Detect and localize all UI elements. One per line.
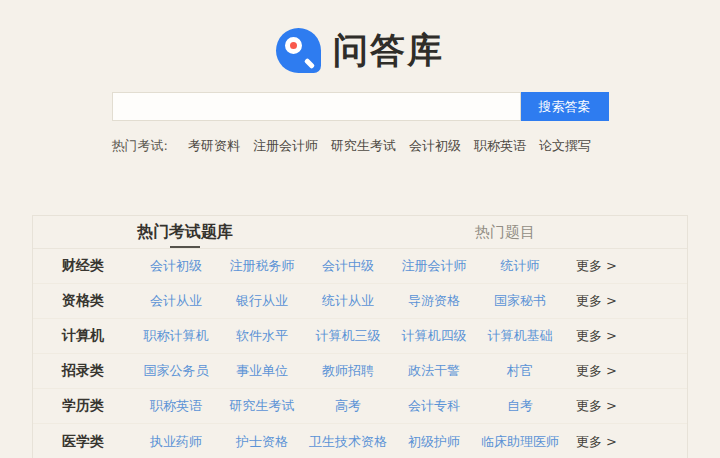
tab-hot-questions[interactable]: 热门题目 (475, 216, 535, 248)
category-label: 医学类 (33, 433, 133, 451)
qa-bubble-tail (304, 58, 315, 69)
tab-label: 热门考试题库 (137, 222, 233, 243)
exam-link[interactable]: 职称计算机 (133, 327, 219, 345)
hot-exams-label: 热门考试: (112, 137, 168, 155)
exam-link[interactable]: 会计专科 (391, 397, 477, 415)
hot-exam-link[interactable]: 论文撰写 (539, 137, 591, 155)
exam-link[interactable]: 计算机三级 (305, 327, 391, 345)
search-input[interactable] (112, 92, 521, 121)
category-label: 计算机 (33, 327, 133, 345)
exam-link[interactable]: 计算机基础 (477, 327, 563, 345)
exam-link[interactable]: 统计从业 (305, 292, 391, 310)
category-label: 资格类 (33, 292, 133, 310)
exam-link[interactable]: 计算机四级 (391, 327, 477, 345)
exam-link[interactable]: 国家秘书 (477, 292, 563, 310)
more-link[interactable]: 更多 > (576, 362, 617, 380)
table-row-finance: 财经类 会计初级 注册税务师 会计中级 注册会计师 统计师 更多 > (33, 249, 687, 284)
qa-bubble-ring (285, 37, 302, 54)
tab-hot-exam-banks[interactable]: 热门考试题库 (137, 216, 233, 248)
hot-exam-link[interactable]: 研究生考试 (331, 137, 396, 155)
exam-link[interactable]: 初级护师 (391, 433, 477, 451)
category-label: 学历类 (33, 397, 133, 415)
exam-link[interactable]: 自考 (477, 397, 563, 415)
category-label: 招录类 (33, 362, 133, 380)
more-link[interactable]: 更多 > (576, 257, 617, 275)
exam-link[interactable]: 研究生考试 (219, 397, 305, 415)
exam-link[interactable]: 执业药师 (133, 433, 219, 451)
more-link[interactable]: 更多 > (576, 292, 617, 310)
table-row-qualification: 资格类 会计从业 银行从业 统计从业 导游资格 国家秘书 更多 > (33, 284, 687, 319)
search-button[interactable]: 搜索答案 (521, 92, 609, 121)
hot-exams-row: 热门考试: 考研资料 注册会计师 研究生考试 会计初级 职称英语 论文撰写 (112, 137, 609, 155)
exam-link[interactable]: 会计中级 (305, 257, 391, 275)
hot-exam-link[interactable]: 职称英语 (474, 137, 526, 155)
site-title: 问答库 (333, 33, 444, 68)
hot-exam-link[interactable]: 考研资料 (188, 137, 240, 155)
category-label: 财经类 (33, 257, 133, 275)
exam-link[interactable]: 银行从业 (219, 292, 305, 310)
table-header: 热门考试题库 热门题目 (33, 216, 687, 249)
exam-link[interactable]: 职称英语 (133, 397, 219, 415)
exam-link[interactable]: 卫生技术资格 (305, 433, 391, 451)
exam-category-table: 热门考试题库 热门题目 财经类 会计初级 注册税务师 会计中级 注册会计师 统计… (32, 215, 688, 458)
hot-exam-link[interactable]: 会计初级 (409, 137, 461, 155)
table-row-education: 学历类 职称英语 研究生考试 高考 会计专科 自考 更多 > (33, 389, 687, 424)
more-link[interactable]: 更多 > (576, 327, 617, 345)
exam-link[interactable]: 软件水平 (219, 327, 305, 345)
exam-link[interactable]: 会计从业 (133, 292, 219, 310)
logo: 问答库 (0, 0, 720, 74)
exam-link[interactable]: 注册会计师 (391, 257, 477, 275)
exam-link[interactable]: 会计初级 (133, 257, 219, 275)
qa-bubble-icon (276, 28, 321, 73)
table-row-recruitment: 招录类 国家公务员 事业单位 教师招聘 政法干警 村官 更多 > (33, 354, 687, 389)
exam-link[interactable]: 教师招聘 (305, 362, 391, 380)
table-row-computer: 计算机 职称计算机 软件水平 计算机三级 计算机四级 计算机基础 更多 > (33, 319, 687, 354)
exam-link[interactable]: 政法干警 (391, 362, 477, 380)
exam-link[interactable]: 事业单位 (219, 362, 305, 380)
exam-link[interactable]: 临床助理医师 (477, 433, 563, 451)
exam-link[interactable]: 高考 (305, 397, 391, 415)
active-tab-underline (170, 246, 200, 248)
hot-exam-link[interactable]: 注册会计师 (253, 137, 318, 155)
exam-link[interactable]: 国家公务员 (133, 362, 219, 380)
exam-link[interactable]: 护士资格 (219, 433, 305, 451)
exam-link[interactable]: 注册税务师 (219, 257, 305, 275)
tab-label: 热门题目 (475, 223, 535, 242)
more-link[interactable]: 更多 > (576, 433, 617, 451)
more-link[interactable]: 更多 > (576, 397, 617, 415)
search-bar: 搜索答案 (112, 92, 609, 121)
exam-link[interactable]: 统计师 (477, 257, 563, 275)
exam-link[interactable]: 导游资格 (391, 292, 477, 310)
exam-link[interactable]: 村官 (477, 362, 563, 380)
table-row-medical: 医学类 执业药师 护士资格 卫生技术资格 初级护师 临床助理医师 更多 > (33, 424, 687, 458)
